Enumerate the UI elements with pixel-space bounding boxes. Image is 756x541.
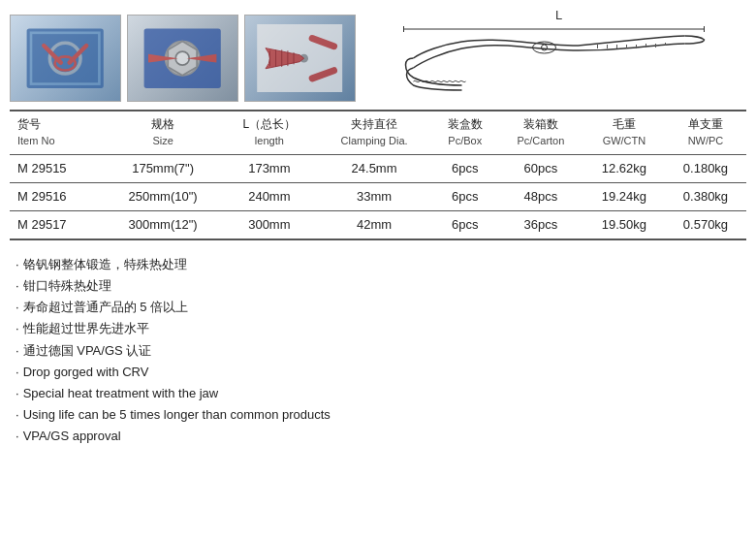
feature-text: VPA/GS approval [23, 426, 121, 447]
line-drawing-label: L [555, 8, 562, 22]
table-cell: 300mm(12") [104, 210, 222, 239]
product-photo-3 [244, 15, 356, 102]
table-cell: 300mm [222, 210, 316, 239]
table-cell: 0.380kg [665, 182, 746, 210]
bullet: · [16, 297, 19, 318]
table-cell: 19.50kg [583, 210, 665, 239]
feature-text: 通过德国 VPA/GS 认证 [23, 340, 152, 362]
feature-item: ·VPA/GS approval [16, 426, 746, 447]
table-cell: 24.5mm [316, 154, 431, 182]
table-cell: 48pcs [498, 182, 583, 210]
table-row: M 29515175mm(7")173mm24.5mm6pcs60pcs12.6… [10, 154, 746, 182]
th-pc-carton: 装箱数 Pc/Carton [498, 111, 583, 154]
th-size: 规格 Size [104, 111, 222, 154]
product-photo-1 [10, 15, 121, 102]
th-pc-box: 装盒数 Pc/Box [432, 111, 498, 154]
line-drawing-svg [371, 24, 746, 102]
product-table: 货号 Item No 规格 Size L（总长） length 夹持直径 Cla… [10, 110, 746, 240]
bullet: · [16, 362, 19, 383]
bullet: · [16, 275, 19, 297]
table-cell: 36pcs [498, 210, 583, 239]
table-cell: 175mm(7") [104, 154, 222, 182]
bullet: · [16, 383, 19, 404]
bullet: · [16, 254, 19, 275]
th-nw: 单支重 NW/PC [665, 111, 746, 154]
table-cell: 60pcs [498, 154, 583, 182]
table-cell: 173mm [222, 154, 316, 182]
table-cell: M 29517 [10, 210, 104, 239]
table-cell: M 29516 [10, 182, 104, 210]
table-cell: 250mm(10") [104, 182, 222, 210]
line-drawing-container: L [362, 8, 746, 102]
bullet: · [16, 404, 19, 426]
feature-text: 性能超过世界先进水平 [23, 318, 149, 339]
feature-text: Drop gorged with CRV [23, 362, 149, 383]
product-photo-2 [127, 15, 238, 102]
feature-text: 钳口特殊热处理 [23, 275, 111, 297]
table-cell: 0.180kg [665, 154, 746, 182]
table-row: M 29517300mm(12")300mm42mm6pcs36pcs19.50… [10, 210, 746, 239]
table-cell: 42mm [316, 210, 431, 239]
th-gw: 毛重 GW/CTN [583, 111, 665, 154]
feature-item: ·通过德国 VPA/GS 认证 [16, 340, 746, 362]
table-cell: 6pcs [432, 154, 498, 182]
feature-item: ·寿命超过普通产品的 5 倍以上 [16, 297, 746, 318]
page-wrapper: L [0, 0, 756, 541]
features-section: ·铬钒钢整体锻造，特殊热处理·钳口特殊热处理·寿命超过普通产品的 5 倍以上·性… [10, 250, 746, 447]
svg-point-23 [542, 45, 548, 50]
svg-rect-0 [27, 28, 104, 88]
table-cell: 240mm [222, 182, 316, 210]
table-body: M 29515175mm(7")173mm24.5mm6pcs60pcs12.6… [10, 154, 746, 239]
th-length: L（总长） length [222, 111, 316, 154]
feature-text: 铬钒钢整体锻造，特殊热处理 [23, 254, 187, 275]
feature-item: ·钳口特殊热处理 [16, 275, 746, 297]
table-cell: 6pcs [432, 210, 498, 239]
feature-text: Special heat treatment with the jaw [23, 383, 219, 404]
images-row: L [10, 8, 746, 102]
bullet: · [16, 426, 19, 447]
table-header-row: 货号 Item No 规格 Size L（总长） length 夹持直径 Cla… [10, 111, 746, 154]
th-item-no: 货号 Item No [10, 111, 104, 154]
table-row: M 29516250mm(10")240mm33mm6pcs48pcs19.24… [10, 182, 746, 210]
bullet: · [16, 318, 19, 339]
bullet: · [16, 340, 19, 362]
feature-item: ·铬钒钢整体锻造，特殊热处理 [16, 254, 746, 275]
feature-item: ·Drop gorged with CRV [16, 362, 746, 383]
feature-item: ·Special heat treatment with the jaw [16, 383, 746, 404]
feature-item: ·性能超过世界先进水平 [16, 318, 746, 339]
feature-text: Using life can be 5 times longer than co… [23, 404, 331, 426]
table-cell: 12.62kg [583, 154, 665, 182]
table-cell: 6pcs [432, 182, 498, 210]
table-cell: 19.24kg [583, 182, 665, 210]
th-clamping: 夹持直径 Clamping Dia. [316, 111, 431, 154]
table-cell: M 29515 [10, 154, 104, 182]
table-cell: 0.570kg [665, 210, 746, 239]
feature-item: ·Using life can be 5 times longer than c… [16, 404, 746, 426]
table-cell: 33mm [316, 182, 431, 210]
feature-text: 寿命超过普通产品的 5 倍以上 [23, 297, 188, 318]
